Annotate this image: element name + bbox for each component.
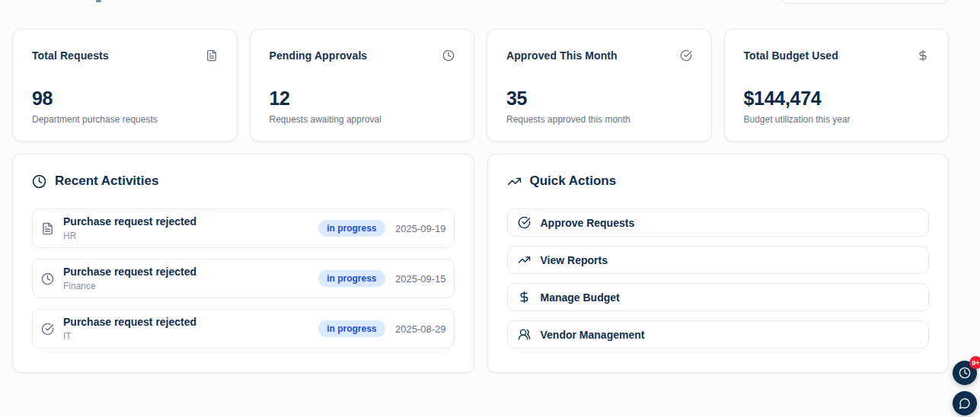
- view-reports-button[interactable]: View Reports: [507, 246, 930, 274]
- trending-up-icon: [507, 174, 522, 189]
- status-badge: in progress: [318, 220, 385, 237]
- recent-activities-card: Recent Activities Purchase request rejec…: [12, 154, 474, 373]
- stat-card-value: $144,474: [744, 88, 930, 110]
- check-circle-icon: [518, 216, 531, 229]
- notifications-fab[interactable]: 9+: [953, 361, 977, 385]
- trending-up-icon: [518, 253, 531, 266]
- activity-text: Purchase request rejected HR: [63, 215, 318, 241]
- activity-department: IT: [63, 331, 318, 342]
- activity-text: Purchase request rejected Finance: [63, 266, 318, 291]
- cropped-text-fragment: [96, 0, 101, 2]
- activity-department: HR: [63, 231, 318, 241]
- quick-action-label: Vendor Management: [541, 329, 645, 341]
- stat-card-approved-this-month: Approved This Month 35 Requests approved…: [487, 29, 712, 142]
- stat-card-subtitle: Requests awaiting approval: [270, 114, 455, 125]
- activity-list: Purchase request rejected HR in progress…: [32, 208, 455, 349]
- dollar-icon: [917, 49, 929, 62]
- stat-card-value: 12: [270, 88, 455, 110]
- message-circle-icon: [959, 397, 971, 409]
- file-text-icon: [206, 49, 218, 62]
- activity-text: Purchase request rejected IT: [63, 316, 318, 342]
- activity-title: Purchase request rejected: [63, 266, 318, 279]
- quick-actions-header: Quick Actions: [507, 173, 930, 189]
- file-text-icon: [41, 222, 54, 235]
- section-title: Recent Activities: [55, 173, 158, 189]
- stat-card-title: Total Budget Used: [744, 49, 838, 62]
- stat-card-title: Approved This Month: [506, 49, 618, 62]
- activity-date: 2025-09-15: [394, 273, 446, 285]
- stat-card-subtitle: Requests approved this month: [506, 114, 692, 125]
- stat-card-subtitle: Budget utilization this year: [744, 114, 930, 125]
- section-title: Quick Actions: [530, 173, 617, 189]
- activity-item: Purchase request rejected IT in progress…: [32, 309, 455, 349]
- quick-action-label: Approve Requests: [541, 217, 635, 229]
- top-partial-control[interactable]: [781, 0, 949, 4]
- stats-row: Total Requests 98 Department purchase re…: [12, 29, 949, 142]
- stat-card-title: Total Requests: [32, 49, 109, 62]
- check-circle-icon: [680, 49, 692, 62]
- clock-icon: [959, 367, 971, 379]
- stat-card-value: 98: [32, 88, 218, 110]
- stat-card-subtitle: Department purchase requests: [32, 114, 218, 125]
- stat-card-header: Total Requests: [32, 49, 218, 62]
- stat-card-header: Approved This Month: [506, 49, 692, 62]
- stat-card-title: Pending Approvals: [270, 49, 368, 62]
- activity-date: 2025-08-29: [394, 323, 446, 335]
- status-badge: in progress: [318, 320, 385, 337]
- activity-date: 2025-09-19: [394, 223, 446, 234]
- stat-card-header: Total Budget Used: [744, 49, 930, 62]
- activity-title: Purchase request rejected: [63, 215, 318, 229]
- clock-icon: [32, 174, 46, 189]
- activity-title: Purchase request rejected: [63, 316, 318, 329]
- stat-card-header: Pending Approvals: [270, 49, 455, 62]
- activity-department: Finance: [63, 281, 318, 291]
- activity-item: Purchase request rejected HR in progress…: [32, 208, 455, 248]
- status-badge: in progress: [318, 270, 385, 287]
- quick-actions-card: Quick Actions Approve Requests View Repo…: [487, 154, 950, 373]
- recent-activities-header: Recent Activities: [32, 173, 455, 189]
- quick-actions-list: Approve Requests View Reports Manage Bud…: [507, 208, 930, 349]
- clock-icon: [41, 272, 54, 285]
- chat-fab[interactable]: [953, 391, 977, 415]
- notification-count-badge: 9+: [969, 356, 980, 369]
- approve-requests-button[interactable]: Approve Requests: [507, 208, 930, 237]
- stat-card-pending-approvals: Pending Approvals 12 Requests awaiting a…: [250, 29, 475, 142]
- stat-card-value: 35: [506, 88, 692, 110]
- dollar-icon: [518, 291, 531, 304]
- clock-icon: [442, 49, 455, 62]
- quick-action-label: View Reports: [541, 254, 608, 266]
- bottom-row: Recent Activities Purchase request rejec…: [12, 154, 949, 373]
- vendor-management-button[interactable]: Vendor Management: [507, 320, 930, 349]
- manage-budget-button[interactable]: Manage Budget: [507, 283, 930, 311]
- quick-action-label: Manage Budget: [541, 291, 620, 304]
- users-icon: [518, 328, 531, 341]
- stat-card-total-budget-used: Total Budget Used $144,474 Budget utiliz…: [724, 29, 950, 142]
- activity-item: Purchase request rejected Finance in pro…: [32, 259, 455, 298]
- check-circle-icon: [41, 323, 54, 336]
- stat-card-total-requests: Total Requests 98 Department purchase re…: [12, 29, 238, 142]
